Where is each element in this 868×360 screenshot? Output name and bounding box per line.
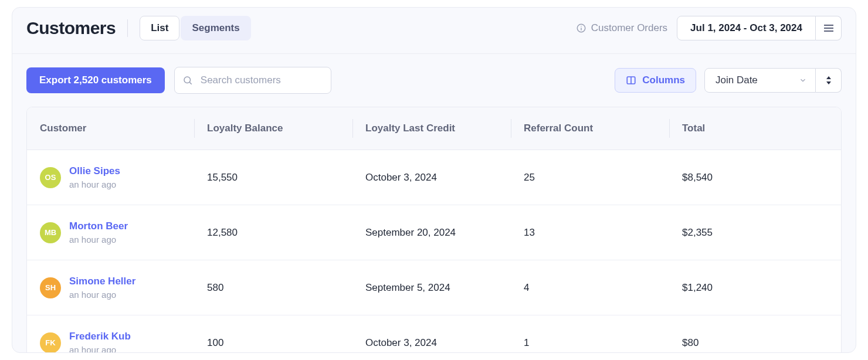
- table-row[interactable]: FKFrederik Kuban hour ago100October 3, 2…: [27, 315, 841, 353]
- cell-loyalty-balance: 100: [194, 322, 352, 354]
- view-tabs: List Segments: [140, 16, 250, 40]
- customer-subtext: an hour ago: [69, 345, 131, 353]
- cell-customer: OSOllie Sipesan hour ago: [27, 150, 194, 205]
- svg-marker-7: [826, 76, 831, 79]
- customer-name-link[interactable]: Ollie Sipes: [69, 165, 120, 177]
- export-button[interactable]: Export 2,520 customers: [26, 67, 165, 93]
- table-row[interactable]: SHSimone Helleran hour ago580September 5…: [27, 260, 841, 315]
- customer-subtext: an hour ago: [69, 179, 120, 189]
- header-right: Customer Orders Jul 1, 2024 - Oct 3, 202…: [576, 16, 842, 40]
- search-wrap: [174, 67, 331, 94]
- cell-customer: MBMorton Beeran hour ago: [27, 205, 194, 260]
- svg-line-4: [189, 82, 191, 84]
- cell-loyalty-last-credit: September 5, 2024: [352, 267, 511, 309]
- sort-direction-button[interactable]: [816, 68, 842, 93]
- customer-name-link[interactable]: Morton Beer: [69, 220, 128, 232]
- date-range-button[interactable]: Jul 1, 2024 - Oct 3, 2024: [677, 16, 816, 40]
- customer-name-link[interactable]: Simone Heller: [69, 276, 135, 287]
- sort-icon: [825, 76, 832, 85]
- cell-total: $8,540: [669, 157, 841, 199]
- search-input[interactable]: [174, 67, 331, 94]
- cell-total: $80: [669, 322, 841, 354]
- toolbar: Export 2,520 customers Columns Joi: [12, 54, 856, 107]
- customers-table: Customer Loyalty Balance Loyalty Last Cr…: [26, 107, 842, 353]
- cell-customer: FKFrederik Kuban hour ago: [27, 315, 194, 353]
- menu-icon: [824, 25, 833, 32]
- columns-label: Columns: [642, 74, 685, 86]
- th-loyalty-last-credit[interactable]: Loyalty Last Credit: [352, 107, 511, 150]
- cell-total: $2,355: [669, 212, 841, 254]
- page-title: Customers: [26, 18, 116, 38]
- th-customer[interactable]: Customer: [27, 107, 194, 150]
- table-row[interactable]: OSOllie Sipesan hour ago15,550October 3,…: [27, 150, 841, 205]
- avatar: MB: [40, 222, 61, 243]
- tab-segments[interactable]: Segments: [181, 16, 250, 40]
- cell-referral-count: 4: [511, 267, 669, 309]
- cell-total: $1,240: [669, 267, 841, 309]
- customers-page: Customers List Segments Customer Orders …: [12, 7, 856, 353]
- customer-orders-link[interactable]: Customer Orders: [576, 22, 667, 34]
- chevron-down-icon: [799, 76, 807, 84]
- columns-button[interactable]: Columns: [615, 68, 696, 93]
- columns-icon: [626, 75, 636, 86]
- divider: [127, 19, 128, 37]
- th-referral-count[interactable]: Referral Count: [511, 107, 669, 150]
- svg-point-3: [184, 77, 191, 83]
- avatar: OS: [40, 167, 61, 188]
- cell-referral-count: 1: [511, 322, 669, 354]
- sort-group: Join Date: [704, 68, 842, 93]
- svg-point-2: [581, 26, 582, 27]
- th-total[interactable]: Total: [669, 107, 841, 150]
- info-icon: [576, 23, 586, 33]
- cell-customer: SHSimone Helleran hour ago: [27, 260, 194, 315]
- customer-orders-label: Customer Orders: [591, 22, 667, 34]
- sort-select[interactable]: Join Date: [704, 68, 816, 93]
- cell-referral-count: 13: [511, 212, 669, 254]
- cell-loyalty-balance: 580: [194, 267, 352, 309]
- customer-subtext: an hour ago: [69, 290, 135, 300]
- search-icon: [182, 75, 193, 86]
- avatar: FK: [40, 332, 61, 354]
- date-range-menu-button[interactable]: [816, 16, 842, 40]
- cell-loyalty-balance: 15,550: [194, 157, 352, 199]
- cell-loyalty-balance: 12,580: [194, 212, 352, 254]
- svg-marker-8: [826, 81, 831, 84]
- tab-list[interactable]: List: [140, 16, 179, 40]
- customer-name-link[interactable]: Frederik Kub: [69, 331, 131, 342]
- date-range-group: Jul 1, 2024 - Oct 3, 2024: [677, 16, 842, 40]
- avatar: SH: [40, 277, 61, 298]
- table-row[interactable]: MBMorton Beeran hour ago12,580September …: [27, 205, 841, 260]
- table-header: Customer Loyalty Balance Loyalty Last Cr…: [27, 107, 841, 150]
- table-body: OSOllie Sipesan hour ago15,550October 3,…: [27, 150, 841, 353]
- customer-subtext: an hour ago: [69, 235, 128, 244]
- cell-loyalty-last-credit: October 3, 2024: [352, 322, 511, 354]
- sort-label: Join Date: [716, 74, 758, 86]
- th-loyalty-balance[interactable]: Loyalty Balance: [194, 107, 352, 150]
- cell-loyalty-last-credit: October 3, 2024: [352, 157, 511, 199]
- toolbar-right: Columns Join Date: [615, 68, 842, 93]
- page-header: Customers List Segments Customer Orders …: [12, 8, 856, 54]
- cell-referral-count: 25: [511, 157, 669, 199]
- cell-loyalty-last-credit: September 20, 2024: [352, 212, 511, 254]
